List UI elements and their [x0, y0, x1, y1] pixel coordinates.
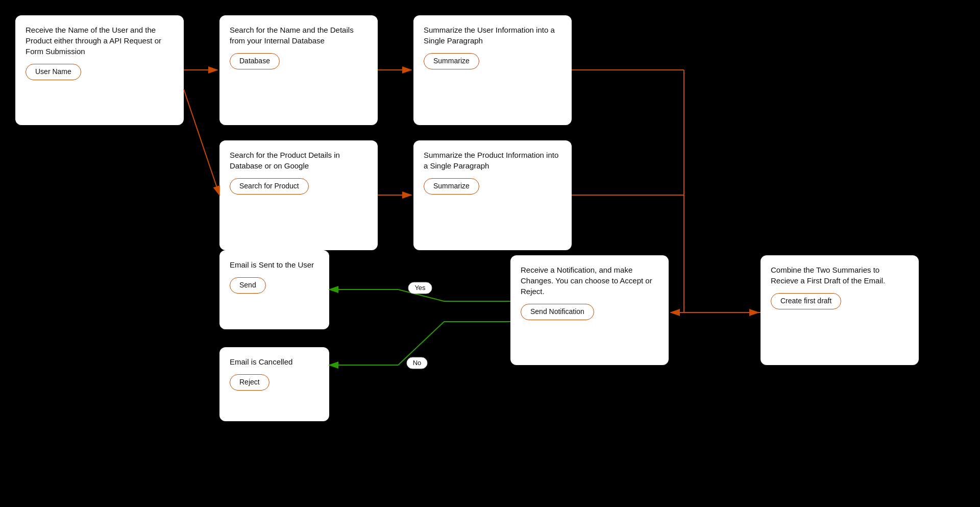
node-notification: Receive a Notification, and make Changes… [510, 255, 669, 365]
node-search-name: Search for the Name and the Details from… [219, 15, 378, 125]
svg-rect-14 [407, 357, 427, 369]
svg-text:No: No [413, 359, 422, 367]
email-sent-pill: Send [230, 277, 266, 294]
search-product-pill: Search for Product [230, 178, 309, 195]
flow-container: Receive the Name of the User and the Pro… [0, 0, 980, 507]
svg-text:Yes: Yes [414, 284, 426, 292]
search-product-label: Search for the Product Details in Databa… [230, 150, 368, 171]
email-sent-label: Email is Sent to the User [230, 259, 319, 270]
node-summarize-user: Summarize the User Information into a Si… [413, 15, 572, 125]
node-email-cancelled: Email is Cancelled Reject [219, 347, 329, 421]
combine-label: Combine the Two Summaries to Recieve a F… [771, 264, 909, 286]
svg-line-7 [184, 89, 219, 195]
node-email-sent: Email is Sent to the User Send [219, 250, 329, 329]
summarize-product-pill: Summarize [424, 178, 479, 195]
combine-pill: Create first draft [771, 293, 841, 309]
email-cancelled-label: Email is Cancelled [230, 356, 319, 367]
search-name-pill: Database [230, 53, 280, 69]
receive-pill: User Name [26, 64, 81, 80]
node-combine: Combine the Two Summaries to Recieve a F… [761, 255, 919, 365]
email-cancelled-pill: Reject [230, 374, 270, 391]
receive-label: Receive the Name of the User and the Pro… [26, 25, 174, 57]
notification-pill: Send Notification [521, 304, 594, 320]
summarize-product-label: Summarize the Product Information into a… [424, 150, 561, 171]
search-name-label: Search for the Name and the Details from… [230, 25, 368, 46]
svg-rect-12 [408, 282, 432, 294]
summarize-user-label: Summarize the User Information into a Si… [424, 25, 561, 46]
notification-label: Receive a Notification, and make Changes… [521, 264, 658, 297]
node-search-product: Search for the Product Details in Databa… [219, 140, 378, 250]
node-receive: Receive the Name of the User and the Pro… [15, 15, 184, 125]
summarize-user-pill: Summarize [424, 53, 479, 69]
node-summarize-product: Summarize the Product Information into a… [413, 140, 572, 250]
